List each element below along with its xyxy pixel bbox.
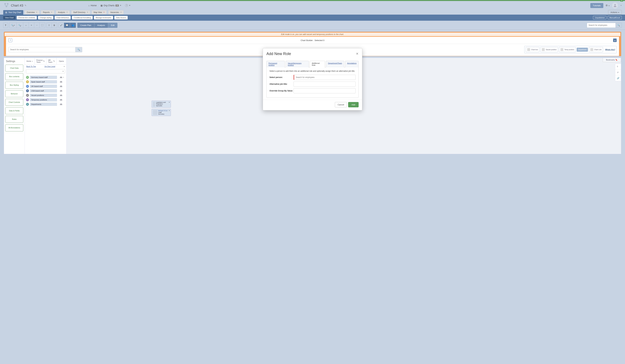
midtab-home[interactable]: Home⌂ [25, 58, 35, 64]
setting-behavior[interactable]: Behavior [5, 90, 23, 97]
tab-analysis[interactable]: Analysis✕ [56, 10, 70, 15]
org-chart-card[interactable]: Legislation and Regulation Specialist ▾ [152, 101, 171, 108]
box-type-department[interactable]: Department [577, 48, 588, 52]
roletab-additional[interactable]: Additional Role [310, 61, 325, 67]
chevron-down-icon[interactable]: ▾ [63, 77, 65, 78]
help-dropdown[interactable]: ? ▼ [125, 4, 130, 7]
share-icon[interactable]: ↗ [615, 70, 621, 75]
card-menu-icon[interactable]: ▾ [169, 110, 170, 115]
zoom-in-icon[interactable]: 🔍+ [9, 23, 17, 28]
chevron-down-icon[interactable]: ▾ [64, 65, 65, 68]
builder-search-input[interactable] [8, 47, 75, 52]
user-avatar[interactable] [612, 2, 618, 8]
subtab-bookmarks[interactable]: Manage bookmarks [94, 16, 113, 19]
chevron-down-icon[interactable]: ▼ [620, 5, 622, 6]
layer-select-dropdown[interactable]: ▾ [26, 69, 65, 74]
setting-chart-data[interactable]: Chart Data [5, 65, 23, 72]
visibility-eye-icon[interactable]: 👁 [26, 80, 29, 83]
tab-map-view[interactable]: Map View✕ [92, 10, 107, 15]
box-type-temp[interactable]: Temp position [559, 47, 576, 52]
box-type-chart-link[interactable]: Chart Link [589, 47, 603, 52]
cancel-button[interactable]: Cancel [335, 102, 347, 107]
setting-rules[interactable]: Rules [5, 116, 23, 123]
tab-reports[interactable]: Reports✕ [41, 10, 54, 15]
box-type-chart[interactable]: Chart box [526, 47, 539, 52]
employee-search-input[interactable] [587, 23, 616, 28]
upload-icon[interactable]: ⇧ [47, 23, 52, 28]
status-manual-excel[interactable]: Manual/Excel [608, 16, 622, 19]
org-chart-card[interactable]: Michael O'Con Legal Secretary ▾ [152, 109, 171, 116]
comment-icon[interactable]: 💬 [64, 23, 70, 28]
up-one-level-link[interactable]: Up One Level [44, 65, 55, 68]
help-circle-icon[interactable]: ? [615, 64, 621, 70]
visibility-eye-icon[interactable]: 👁 [26, 94, 29, 97]
box-type-vacant[interactable]: Vacant position [540, 47, 558, 52]
add-node-icon[interactable]: ＋ [29, 23, 34, 28]
visibility-eye-icon[interactable]: 👁 [26, 103, 29, 106]
roletab-permanent[interactable]: Permanent position [266, 61, 285, 67]
subtab-data-source[interactable]: Data Source [114, 16, 128, 19]
layer-row[interactable]: 👁 Departments (0) [26, 102, 65, 107]
tab-vacancies[interactable]: Vacancies✕ [108, 10, 124, 15]
search-button[interactable]: 🔍 [616, 23, 622, 28]
close-icon[interactable]: ✕ [120, 11, 122, 13]
select-person-input[interactable] [294, 75, 356, 80]
subtab-view-chart[interactable]: View Chart [3, 16, 15, 19]
roletab-vacant[interactable]: Vacant/temporary position [286, 61, 309, 67]
teams-icon[interactable]: 👥 [70, 23, 76, 28]
roletab-annotations[interactable]: Annotations [345, 61, 359, 67]
tab-your-org-chart[interactable]: ▤ Your Org Chart [3, 10, 23, 15]
visibility-eye-icon[interactable]: 👁 [26, 76, 29, 79]
midtab-ops[interactable]: Opera [57, 58, 66, 64]
analysis-tab[interactable]: Analysis [94, 23, 108, 28]
setting-box-contents[interactable]: Box contents [5, 73, 23, 80]
card-menu-icon[interactable]: ▾ [169, 102, 170, 107]
bookmarks-tab[interactable]: Bookmarks 🔖 [603, 58, 621, 62]
info-icon[interactable]: ? [8, 38, 12, 42]
text-tool-icon[interactable]: T [3, 23, 8, 28]
layer-row[interactable]: 👁 UK based staff (0) [26, 84, 65, 88]
roletab-department[interactable]: Department/Team [326, 61, 344, 67]
nav-home[interactable]: ⌂ Home [88, 4, 97, 7]
tab-staff-directory[interactable]: Staff Directory✕ [71, 10, 90, 15]
fit-width-icon[interactable]: ↔ [23, 23, 29, 28]
actions-dropdown[interactable]: Actions ▼ [608, 10, 622, 15]
highlighter-icon[interactable]: 🖍 [59, 23, 64, 28]
tutorials-button[interactable]: Tutorials [590, 3, 603, 8]
back-to-top-link[interactable]: Back To Top [26, 65, 36, 68]
visibility-eye-icon[interactable]: 👁 [26, 85, 29, 88]
subtab-conditional[interactable]: Conditional formatting [72, 16, 93, 19]
edit-tab[interactable]: Edit [108, 23, 117, 28]
subtab-change-styling[interactable]: Change styling [38, 16, 53, 19]
remove-node-icon[interactable]: － [34, 23, 40, 28]
status-unpublished[interactable]: Unpublished [593, 16, 606, 19]
setting-chart-controls[interactable]: Chart Controls [5, 99, 23, 106]
layer-row[interactable]: 👁 Vacant positions (0) [26, 93, 65, 98]
layer-row[interactable]: 👁 Temporary positions (0) [26, 98, 65, 102]
collapse-builder-icon[interactable]: ▴ [613, 38, 617, 42]
whats-this-link[interactable]: Whats this? [605, 49, 615, 51]
link-icon[interactable]: 🔗 [615, 75, 621, 81]
layer-row[interactable]: 👁 USA based staff (2) [26, 88, 65, 93]
subtab-chart-behaviour[interactable]: Chart behaviour [55, 16, 71, 19]
builder-search-button[interactable]: 🔍 [75, 47, 82, 52]
nav-org-charts[interactable]: ▦ Org Charts 15 ▼ [100, 4, 121, 7]
close-icon[interactable]: ✕ [103, 11, 105, 13]
layer-row[interactable]: 👁 Spain based staff (0) [26, 80, 65, 84]
download-icon[interactable]: 🗎 [52, 23, 57, 28]
setting-annotations[interactable]: All Annotations [5, 124, 23, 131]
visibility-eye-icon[interactable]: 👁 [26, 89, 29, 92]
layer-row[interactable]: 👁 Germany based staff (6) ▾ [26, 75, 65, 80]
close-icon[interactable]: ✕ [51, 11, 52, 13]
tab-overview[interactable]: Overview✕ [25, 10, 39, 15]
close-icon[interactable]: ✕ [66, 11, 68, 13]
close-icon[interactable]: ✕ [87, 11, 88, 13]
zoom-out-icon[interactable]: 🔍- [17, 23, 23, 28]
settings-gear-dropdown[interactable]: ⚙ ▼ [606, 4, 610, 7]
fullscreen-icon[interactable]: ⛶ [40, 23, 45, 28]
add-button[interactable]: Add [348, 102, 359, 107]
expand-top-icon[interactable]: ▾ [620, 0, 623, 1]
alt-title-input[interactable] [294, 82, 356, 87]
setting-data-fields[interactable]: Data & Fields [5, 107, 23, 114]
subtab-choose-box[interactable]: Choose box contents [17, 16, 37, 19]
